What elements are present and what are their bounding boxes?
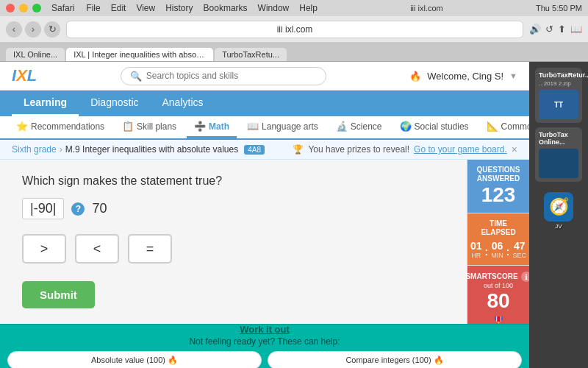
maximize-dot[interactable] bbox=[32, 4, 41, 13]
subnav-recommendations[interactable]: ⭐ Recommendations bbox=[9, 116, 112, 138]
volume-icon[interactable]: 🔊 bbox=[529, 24, 541, 35]
smart-info-icon[interactable]: ℹ bbox=[521, 272, 529, 282]
subnav-common-core[interactable]: 📐 Common Core bbox=[479, 116, 529, 138]
bottom-bar: Work it out Not feeling ready yet? These… bbox=[0, 324, 529, 368]
questions-answered-value: 123 bbox=[481, 183, 516, 207]
menu-view[interactable]: View bbox=[136, 3, 155, 13]
questions-answered-label: Questionsanswered bbox=[477, 166, 520, 183]
minimize-dot[interactable] bbox=[19, 4, 28, 13]
time-sec-value: 47 bbox=[514, 240, 526, 252]
refresh-icon[interactable]: ↺ bbox=[545, 24, 553, 35]
subnav-math[interactable]: ➗ Math bbox=[187, 116, 237, 138]
notif-turbotax-2-thumb bbox=[539, 149, 578, 178]
mac-bar: Safari File Edit View History Bookmarks … bbox=[0, 0, 588, 16]
menu-edit[interactable]: Edit bbox=[111, 3, 126, 13]
ixl-app: IXL 🔍 🔥 Welcome, Cing S! ▼ Learning Diag… bbox=[0, 62, 529, 368]
reload-button[interactable]: ↻ bbox=[44, 21, 60, 38]
mac-window-controls[interactable]: Safari File Edit View History Bookmarks … bbox=[6, 3, 318, 13]
trophy-icon: 🏆 bbox=[293, 144, 304, 155]
smart-score-box: SmartScore ℹ out of 100 80 🎖️ bbox=[467, 266, 529, 324]
subnav-science-label: Science bbox=[351, 121, 382, 132]
breadcrumb: Sixth grade › M.9 Integer inequalities w… bbox=[0, 140, 529, 160]
menu-history[interactable]: History bbox=[165, 3, 193, 13]
desktop-icons: 🧭 JV bbox=[535, 192, 582, 230]
comparison-number: 70 bbox=[92, 201, 107, 216]
app-name: Safari bbox=[51, 3, 74, 13]
time-sep2: : bbox=[506, 246, 510, 258]
tab-turbotax[interactable]: TurboTaxRetu... bbox=[215, 48, 287, 61]
browser-bar: ‹ › ↻ iii ixl.com 🔊 ↺ ⬆ 📖 bbox=[0, 16, 588, 43]
math-expression: |-90| ? 70 bbox=[22, 198, 445, 219]
social-studies-icon: 🌍 bbox=[400, 121, 412, 132]
tab-ixl-integer[interactable]: IXL | Integer inequalities with absolute… bbox=[66, 48, 213, 61]
help-link-compare-integers[interactable]: Compare integers (100) 🔥 bbox=[268, 351, 522, 369]
nav-tabs: Learning Diagnostic Analytics bbox=[0, 91, 529, 116]
subnav-science[interactable]: 🔬 Science bbox=[329, 116, 390, 138]
skill-plans-icon: 📋 bbox=[122, 121, 134, 132]
notif-turbotax-1-thumb: TT bbox=[539, 90, 578, 119]
language-arts-icon: 📖 bbox=[247, 121, 259, 132]
answer-equal[interactable]: = bbox=[128, 234, 172, 263]
tab-analytics[interactable]: Analytics bbox=[151, 91, 215, 116]
browser-nav[interactable]: ‹ › ↻ bbox=[6, 21, 60, 38]
subnav-language-arts[interactable]: 📖 Language arts bbox=[240, 116, 326, 138]
dropdown-caret[interactable]: ▼ bbox=[509, 71, 517, 80]
compass-icon[interactable]: 🧭 bbox=[544, 192, 573, 222]
work-it-out-link[interactable]: Work it out bbox=[240, 324, 290, 335]
address-bar[interactable]: iii ixl.com bbox=[66, 21, 523, 38]
menu-file[interactable]: File bbox=[86, 3, 100, 13]
menu-window[interactable]: Window bbox=[258, 3, 290, 13]
content-area: Which sign makes the statement true? |-9… bbox=[0, 160, 529, 324]
science-icon: 🔬 bbox=[336, 121, 348, 132]
hint-button[interactable]: ? bbox=[71, 202, 85, 216]
tab-ixl-online[interactable]: IXL Online... bbox=[6, 48, 65, 61]
recommendations-icon: ⭐ bbox=[16, 121, 28, 132]
compass-icon-label: JV bbox=[555, 223, 562, 230]
search-bar[interactable]: 🔍 bbox=[121, 67, 326, 85]
questions-answered-box: Questionsanswered 123 bbox=[467, 160, 529, 213]
time-sec-unit: SEC bbox=[512, 252, 526, 259]
subnav-recommendations-label: Recommendations bbox=[31, 121, 104, 132]
subnav-language-arts-label: Language arts bbox=[262, 121, 318, 132]
share-icon[interactable]: ⬆ bbox=[558, 24, 566, 35]
sub-nav: ⭐ Recommendations 📋 Skill plans ➗ Math 📖… bbox=[0, 116, 529, 140]
question-area: Which sign makes the statement true? |-9… bbox=[0, 160, 467, 324]
question-title: Which sign makes the statement true? bbox=[22, 174, 445, 188]
answer-greater-than[interactable]: > bbox=[22, 234, 66, 263]
address-display: iii ixl.com bbox=[410, 4, 443, 13]
browser-icons: 🔊 ↺ ⬆ 📖 bbox=[529, 24, 582, 35]
notif-turbotax-1-body: ...2019 2.zip bbox=[539, 80, 578, 87]
smart-score-value: 80 bbox=[487, 289, 509, 313]
url-text: iii ixl.com bbox=[277, 24, 313, 35]
right-sidebar: TurboTaxRetur... ...2019 2.zip TT TurboT… bbox=[529, 62, 588, 368]
menu-help[interactable]: Help bbox=[299, 3, 318, 13]
breadcrumb-grade[interactable]: Sixth grade bbox=[12, 144, 57, 155]
answer-less-than[interactable]: < bbox=[75, 234, 119, 263]
prize-link[interactable]: Go to your game board. bbox=[414, 144, 507, 155]
help-link-absolute-value[interactable]: Absolute value (100) 🔥 bbox=[7, 351, 262, 369]
notification-turbotax-2: TurboTax Online... bbox=[535, 127, 582, 182]
subnav-social-studies[interactable]: 🌍 Social studies bbox=[392, 116, 476, 138]
forward-button[interactable]: › bbox=[25, 21, 41, 38]
submit-button[interactable]: Submit bbox=[22, 281, 95, 308]
main-wrapper: IXL 🔍 🔥 Welcome, Cing S! ▼ Learning Diag… bbox=[0, 62, 588, 368]
ixl-header: IXL 🔍 🔥 Welcome, Cing S! ▼ bbox=[0, 62, 529, 91]
bookmark-icon[interactable]: 📖 bbox=[570, 24, 582, 35]
time-elapsed-box: Timeelapsed 01 HR : 06 MIN : 4 bbox=[467, 213, 529, 266]
header-right: 🔥 Welcome, Cing S! ▼ bbox=[409, 71, 517, 82]
tab-bar: IXL Online... IXL | Integer inequalities… bbox=[0, 43, 588, 62]
subnav-skill-plans[interactable]: 📋 Skill plans bbox=[115, 116, 184, 138]
back-button[interactable]: ‹ bbox=[6, 21, 22, 38]
breadcrumb-close[interactable]: × bbox=[512, 144, 517, 155]
subnav-math-label: Math bbox=[209, 121, 229, 132]
smart-score-label: SmartScore bbox=[465, 272, 517, 281]
desktop-icon-compass: 🧭 JV bbox=[544, 192, 573, 230]
close-dot[interactable] bbox=[6, 4, 15, 13]
notif-turbotax-1-title: TurboTaxRetur... bbox=[539, 71, 578, 79]
menu-bookmarks[interactable]: Bookmarks bbox=[204, 3, 248, 13]
tab-learning[interactable]: Learning bbox=[12, 91, 79, 116]
tab-diagnostic[interactable]: Diagnostic bbox=[79, 91, 150, 116]
prize-text: You have prizes to reveal! bbox=[308, 144, 409, 155]
search-input[interactable] bbox=[146, 71, 317, 81]
fire-icon: 🔥 bbox=[409, 71, 421, 82]
